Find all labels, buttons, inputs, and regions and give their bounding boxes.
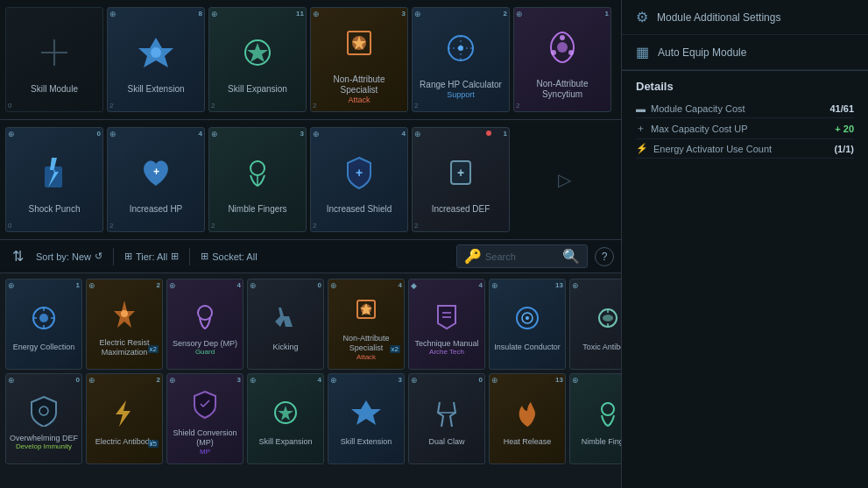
- syncytium-top-icon: ⊕: [516, 10, 523, 18]
- help-btn[interactable]: ?: [595, 247, 614, 266]
- dual-claw-card[interactable]: ⊕ 0 Dual Claw: [408, 373, 485, 464]
- nimble-fingers-card[interactable]: ⊕ 3 Nimble Fingers 2: [208, 127, 307, 232]
- shield-conversion-card[interactable]: ⊕ 3 Shield Conversion (MP) MP: [166, 373, 243, 464]
- inventory-grid: ⊕ 1 Energy Collection ⊕ 2 x2: [0, 273, 621, 488]
- non-attr-sub: Attack: [348, 95, 370, 104]
- hr-label: Heat Release: [501, 437, 554, 447]
- svg-text:+: +: [153, 166, 159, 178]
- nimble-fingers-top-icon: ⊕: [211, 130, 218, 138]
- search-icon[interactable]: 🔍: [562, 248, 580, 265]
- search-box: 🔑 🔍: [456, 244, 588, 268]
- increased-hp-card[interactable]: ⊕ 4 + Increased HP 2: [107, 127, 205, 232]
- skill-ext-top-icon: ⊕: [109, 10, 116, 18]
- svg-point-11: [557, 42, 568, 53]
- socket-section[interactable]: ⊞ Socket: All: [201, 251, 257, 262]
- ec-icon: [22, 296, 66, 340]
- nas2-badge: 4: [399, 281, 402, 289]
- energy-activator-label-group: ⚡ Energy Activator Use Count: [636, 143, 772, 154]
- ta-icon: [586, 296, 621, 340]
- svg-point-30: [526, 316, 529, 320]
- search-input[interactable]: [485, 251, 559, 262]
- shock-punch-icon: [26, 145, 82, 201]
- sort-section[interactable]: Sort by: New ↺: [36, 251, 102, 262]
- od-badge: 0: [76, 376, 80, 384]
- shock-punch-card[interactable]: ⊕ 0 Shock Punch 0: [5, 127, 103, 232]
- toxic-antibody-card[interactable]: ⊕ 2 x3 Toxic Antibody: [569, 279, 621, 370]
- filter-bar: ⇅ Sort by: New ↺ ⊞ Tier: All ⊞ ⊞ Socket:…: [0, 240, 621, 273]
- sc-icon: [183, 382, 227, 426]
- insulate-conductor-card[interactable]: ⊕ 13 Insulate Conductor: [489, 279, 566, 370]
- nimble-fingers-icon: [229, 145, 286, 201]
- heat-release-card[interactable]: ⊕ 13 Heat Release: [489, 373, 566, 464]
- syncytium-badge: 1: [605, 10, 609, 18]
- nf2-top-icon: ⊕: [572, 376, 579, 385]
- layers-icon: ⊞: [124, 251, 132, 262]
- sort-filter-btn[interactable]: ⇅: [7, 246, 29, 266]
- energy-activator-value: (1/1): [834, 144, 854, 154]
- hr-badge: 13: [555, 376, 563, 384]
- skill-extension-card[interactable]: ⊕ 8 Skill Extension 2: [107, 7, 205, 112]
- ea-x: x5: [148, 440, 159, 448]
- increased-shield-card[interactable]: ⊕ 4 + Increased Shield 2: [310, 127, 408, 232]
- tier-section[interactable]: ⊞ Tier: All ⊞: [124, 251, 179, 262]
- non-attr-specialist2-card[interactable]: ⊕ 4 x2 Non-Attribute Specialist Attack: [328, 279, 405, 370]
- svg-point-23: [39, 314, 48, 322]
- nf2-label: Nimble Fingers: [579, 437, 621, 447]
- non-attr-specialist-card[interactable]: ⊕ 3 Non-Attribute Specialist Attack 2: [310, 7, 408, 112]
- increased-hp-icon: +: [128, 145, 184, 201]
- inventory-row-2: ⊕ 0 Overwhelming DEF Develop Immunity ⊕ …: [5, 373, 616, 464]
- erm-x: x2: [148, 345, 159, 353]
- shock-punch-top-icon: ⊕: [8, 130, 15, 138]
- ic-top-icon: ⊕: [491, 281, 498, 290]
- increased-def-red-dot: [486, 131, 491, 136]
- non-attr-syncytium-card[interactable]: ⊕ 1 Non-Attribute Syncytium 2: [513, 7, 611, 112]
- dc-badge: 0: [479, 376, 483, 384]
- sext2-top-icon: ⊕: [330, 376, 337, 385]
- filter-div1: [113, 248, 114, 265]
- svg-point-12: [560, 35, 565, 40]
- skill-exp-badge: 11: [296, 10, 304, 18]
- se2-top-icon: ⊕: [250, 376, 257, 385]
- tm-icon: [425, 293, 469, 336]
- bar-chart-icon: ▦: [636, 44, 649, 60]
- skill-expansion2-card[interactable]: ⊕ 4 Skill Expansion: [247, 373, 324, 464]
- sd-badge: 4: [237, 281, 241, 289]
- equipped-modules-grid: Skill Module 0 ⊕ 8 Skill Extension 2 ⊕: [0, 0, 621, 120]
- sd-label: Sensory Dep (MP): [170, 339, 240, 349]
- range-hp-badge: 2: [504, 10, 507, 18]
- range-hp-top-icon: ⊕: [414, 10, 421, 18]
- kick-label: Kicking: [270, 343, 300, 352]
- sensory-dep-card[interactable]: ⊕ 4 Sensory Dep (MP) Guard: [166, 279, 243, 370]
- skill-extension2-card[interactable]: ⊕ 3 Skill Extension: [328, 373, 405, 464]
- nimble-fingers2-card[interactable]: ⊕ 3 x3 Nimble Fingers: [569, 373, 621, 464]
- technique-manual-card[interactable]: ◆ 4 Technique Manual Arche Tech: [408, 279, 485, 370]
- electric-antibody-card[interactable]: ⊕ 2 x5 Electric Antibody: [86, 373, 163, 464]
- sort-label: Sort by: New: [36, 251, 91, 262]
- dc-label: Dual Claw: [426, 437, 467, 447]
- skill-exp-top-icon: ⊕: [211, 10, 218, 18]
- increased-def-badge: 1: [504, 130, 507, 138]
- hr-top-icon: ⊕: [491, 376, 498, 385]
- skill-expansion-card[interactable]: ⊕ 11 Skill Expansion 2: [208, 7, 307, 112]
- non-attr-icon: [331, 15, 387, 71]
- auto-equip-module-btn[interactable]: ▦ Auto Equip Module: [622, 35, 868, 70]
- module-additional-settings-btn[interactable]: ⚙ Module Additional Settings: [622, 0, 868, 35]
- increased-def-card[interactable]: ⊕ 1 + Increased DEF 2: [412, 127, 510, 232]
- hr-icon: [505, 391, 549, 435]
- module-capacity-label: Module Capacity Cost: [651, 103, 745, 114]
- svg-text:+: +: [457, 166, 464, 180]
- kicking-card[interactable]: ⊕ 0 Kicking: [247, 279, 324, 370]
- ta-label: Toxic Antibody: [580, 343, 621, 352]
- erm-icon: [102, 292, 146, 336]
- tm-badge: 4: [479, 281, 483, 289]
- increased-shield-icon: +: [331, 145, 387, 201]
- electric-resist-max-card[interactable]: ⊕ 2 x2 Electric Resist Maximization: [86, 279, 163, 370]
- energy-collection-card[interactable]: ⊕ 1 Energy Collection: [5, 279, 82, 370]
- max-capacity-label: Max Capacity Cost UP: [651, 124, 748, 134]
- ec-top-icon: ⊕: [8, 281, 15, 290]
- svg-point-17: [251, 161, 265, 175]
- non-attr-top-icon: ⊕: [313, 10, 320, 18]
- overwhelming-def-card[interactable]: ⊕ 0 Overwhelming DEF Develop Immunity: [5, 373, 82, 464]
- skill-module-empty-slot[interactable]: Skill Module 0: [5, 7, 103, 112]
- range-hp-calc-card[interactable]: ⊕ 2 Range HP Calculator Support 2: [412, 7, 510, 112]
